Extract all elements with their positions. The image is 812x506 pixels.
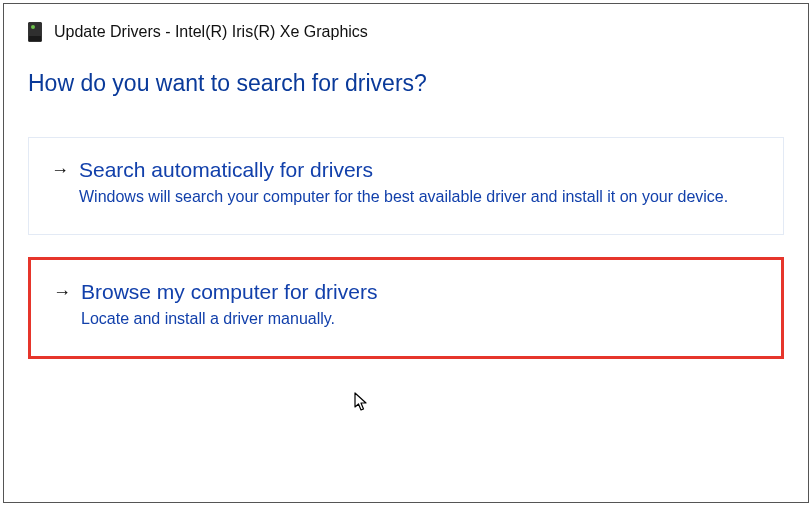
option-body: Search automatically for drivers Windows… [79, 156, 761, 208]
option-browse-computer[interactable]: → Browse my computer for drivers Locate … [28, 257, 784, 359]
option-search-automatically[interactable]: → Search automatically for drivers Windo… [28, 137, 784, 235]
option-description: Locate and install a driver manually. [81, 308, 759, 330]
option-row: → Search automatically for drivers Windo… [51, 156, 761, 208]
dialog-title: Update Drivers - Intel(R) Iris(R) Xe Gra… [54, 23, 368, 41]
update-drivers-dialog: Update Drivers - Intel(R) Iris(R) Xe Gra… [3, 3, 809, 503]
option-title: Browse my computer for drivers [81, 278, 759, 306]
device-icon [28, 22, 42, 42]
content-area: How do you want to search for drivers? →… [4, 52, 808, 405]
titlebar: Update Drivers - Intel(R) Iris(R) Xe Gra… [4, 4, 808, 52]
option-title: Search automatically for drivers [79, 156, 761, 184]
arrow-right-icon: → [51, 156, 69, 184]
page-heading: How do you want to search for drivers? [28, 70, 784, 97]
arrow-right-icon: → [53, 278, 71, 306]
option-row: → Browse my computer for drivers Locate … [53, 278, 759, 330]
option-description: Windows will search your computer for th… [79, 186, 761, 208]
option-body: Browse my computer for drivers Locate an… [81, 278, 759, 330]
